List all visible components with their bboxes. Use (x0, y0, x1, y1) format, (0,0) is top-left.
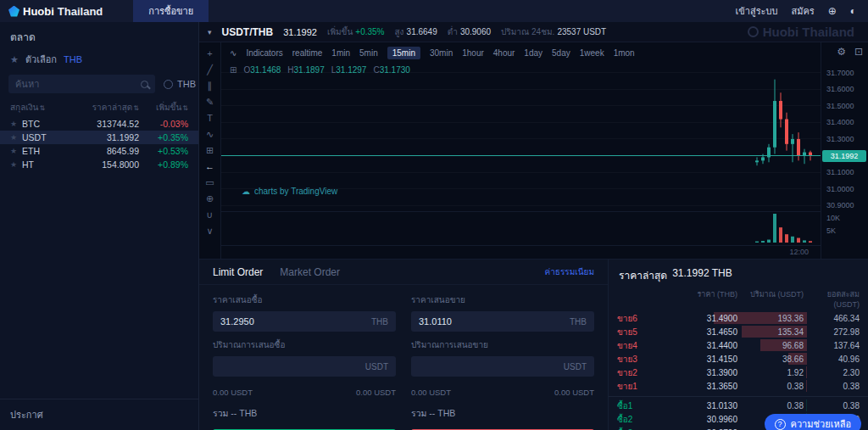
orderbook-ask-row[interactable]: ขาย331.415038.6640.96 (609, 352, 868, 366)
search-input[interactable] (15, 79, 136, 89)
channel-tool-icon[interactable]: ∥ (208, 81, 213, 91)
login-link[interactable]: เข้าสู่ระบบ (736, 3, 778, 19)
price-axis[interactable]: 31.1992 31.700031.600031.500031.400031.3… (821, 42, 868, 259)
order-price: 31.4150 (648, 355, 737, 364)
chart-settings-icon[interactable]: ⚙ (837, 46, 846, 58)
tab-thb-market[interactable]: THB (64, 54, 82, 64)
forecast-tool-icon[interactable]: ⊞ (206, 146, 214, 155)
text-tool-icon[interactable]: T (207, 114, 213, 123)
time-axis[interactable]: 12:00 (221, 245, 821, 259)
sell-price-field[interactable]: THB (411, 311, 594, 332)
timeframe-1day[interactable]: 1day (524, 48, 542, 58)
low-ohlc-value: 31.1297 (336, 65, 366, 75)
buy-amount-input[interactable] (220, 361, 365, 371)
chart-main[interactable]: ∿ Indicators realtime 1min5min15min30min… (221, 42, 821, 259)
fullscreen-icon[interactable]: ⊡ (854, 46, 863, 58)
last-price-tag: 31.1992 (822, 150, 866, 162)
coin-row-eth[interactable]: ★ETH8645.99+0.53% (0, 144, 198, 158)
huobi-watermark-icon (748, 26, 759, 37)
nav-item-trade[interactable]: การซื้อขาย (133, 0, 209, 22)
price-axis-label: 31.3000 (826, 135, 854, 143)
col-header-price[interactable]: ราคาล่าสุด⇅ (67, 101, 139, 114)
pattern-tool-icon[interactable]: ∿ (206, 130, 214, 139)
realtime-button[interactable]: realtime (292, 48, 323, 58)
trendline-tool-icon[interactable]: ╱ (207, 65, 213, 75)
buy-price-field[interactable]: THB (213, 311, 396, 332)
brush-tool-icon[interactable]: ✎ (206, 98, 214, 107)
coin-row-btc[interactable]: ★BTC313744.52-0.03% (0, 117, 198, 131)
timeframe-5min[interactable]: 5min (359, 48, 378, 58)
announcement-link[interactable]: ประกาศ (0, 399, 198, 430)
favorite-star-icon[interactable]: ★ (10, 160, 22, 169)
timeframe-4hour[interactable]: 4hour (493, 48, 515, 58)
fees-link[interactable]: ค่าธรรมเนียม (545, 265, 594, 278)
sort-icon: ⇅ (39, 104, 45, 112)
chart-canvas[interactable] (221, 42, 821, 259)
pair-name[interactable]: USDT/THB (222, 26, 274, 38)
coin-change: +0.35% (139, 132, 188, 142)
timeframe-15min[interactable]: 15min (387, 47, 420, 59)
volume-label: ปริมาณ 24ชม. (501, 27, 554, 36)
buy-price-input[interactable] (220, 316, 371, 327)
zoom-tool-icon[interactable]: ⊕ (206, 194, 214, 204)
order-cumulative: 2.30 (804, 368, 860, 377)
sort-icon: ⇅ (182, 104, 188, 112)
coin-row-ht[interactable]: ★HT154.8000+0.89% (0, 158, 198, 171)
collapse-icon[interactable]: ∨ (206, 226, 213, 236)
orderbook-bid-row[interactable]: ซื้อ131.01300.380.38 (609, 399, 868, 412)
brand-name: Huobi (23, 5, 54, 18)
crosshair-tool-icon[interactable]: + (207, 49, 212, 59)
tab-favorites[interactable]: ตัวเลือก (25, 52, 57, 67)
chart-style-icon[interactable]: ∿ (230, 48, 236, 58)
coin-search-box[interactable] (8, 75, 155, 93)
pair-dropdown-caret-icon[interactable]: ▾ (208, 28, 212, 36)
tab-market-order[interactable]: Market Order (280, 266, 340, 278)
high-ohlc-value: 31.1897 (294, 65, 325, 75)
signup-link[interactable]: สมัคร (791, 3, 814, 19)
sell-amount-field[interactable]: USDT (411, 356, 594, 377)
timeframe-1hour[interactable]: 1hour (462, 48, 484, 58)
favorites-tab-star-icon[interactable]: ★ (10, 54, 19, 65)
price-axis-label: 30.9000 (826, 201, 854, 209)
orderbook-ask-row[interactable]: ขาย631.4900193.36466.34 (609, 311, 868, 325)
theme-toggle-icon[interactable]: ◐ (850, 5, 856, 17)
col-header-change[interactable]: เพิ่มขึ้น⇅ (139, 101, 188, 114)
huobi-logo[interactable]: HuobiThailand (0, 5, 111, 18)
indicators-button[interactable]: Indicators (246, 48, 282, 58)
timeframe-1min[interactable]: 1min (331, 48, 350, 58)
orderbook-ask-row[interactable]: ขาย131.36500.380.38 (609, 379, 868, 393)
order-book-panel: ราคาล่าสุด 31.1992 THB ราคา (THB) ปริมาณ… (609, 260, 868, 430)
magnet-tool-icon[interactable]: ∪ (206, 210, 213, 220)
help-button[interactable]: ? ความช่วยเหลือ (765, 414, 861, 430)
language-globe-icon[interactable]: ⊕ (828, 5, 837, 17)
back-icon[interactable]: ← (205, 162, 214, 171)
order-cumulative: 0.38 (804, 401, 860, 410)
favorite-star-icon[interactable]: ★ (10, 147, 22, 155)
coin-row-usdt[interactable]: ★USDT31.1992+0.35% (0, 131, 198, 144)
tradingview-attribution[interactable]: ☁ charts by TradingView (242, 187, 337, 196)
orderbook-divider (609, 394, 868, 397)
measure-tool-icon[interactable]: ▭ (205, 178, 214, 187)
buy-amount-field[interactable]: USDT (213, 356, 396, 377)
sell-price-input[interactable] (419, 316, 570, 327)
quote-currency-select[interactable]: THB (164, 79, 196, 89)
ohlc-style-icon[interactable]: ⊞ (230, 65, 236, 75)
sell-amount-input[interactable] (419, 361, 564, 371)
favorite-star-icon[interactable]: ★ (10, 133, 22, 142)
orderbook-ask-row[interactable]: ขาย531.4650135.34272.98 (609, 325, 868, 338)
order-amount: 38.66 (737, 355, 804, 364)
favorite-star-icon[interactable]: ★ (10, 120, 22, 128)
tab-limit-order[interactable]: Limit Order (213, 266, 263, 278)
order-price: 31.4400 (648, 341, 737, 350)
orderbook-ask-row[interactable]: ขาย231.39001.922.30 (609, 366, 868, 379)
high-ohlc-label: H (287, 65, 293, 75)
orderbook-ask-row[interactable]: ขาย431.440096.68137.64 (609, 338, 868, 352)
timeframe-list: 1min5min15min30min1hour4hour1day5day1wee… (331, 47, 634, 59)
timeframe-30min[interactable]: 30min (430, 48, 453, 58)
orderbook-col-spacer (617, 288, 648, 309)
timeframe-1week[interactable]: 1week (580, 48, 604, 58)
col-header-symbol[interactable]: สกุลเงิน⇅ (10, 101, 67, 114)
timeframe-1mon[interactable]: 1mon (614, 48, 635, 58)
sidebar-title: ตลาด (0, 22, 198, 48)
timeframe-5day[interactable]: 5day (552, 48, 570, 58)
